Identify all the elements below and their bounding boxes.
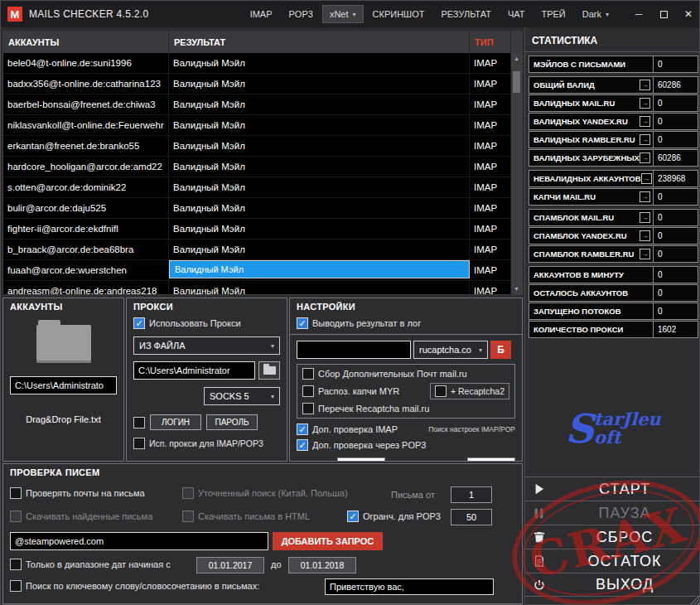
captcha-key-input[interactable] [297,341,411,359]
close-button[interactable]: ✕ [676,1,700,27]
menu-item-chat[interactable]: ЧАТ [500,4,533,24]
export-arrow-icon[interactable]: → [640,152,650,163]
accounts-path-input[interactable] [10,376,117,394]
export-arrow-icon[interactable]: → [640,191,650,202]
timeout-input[interactable] [337,457,385,462]
scroll-up-icon[interactable]: ▲ [514,53,519,64]
proxy-type-select[interactable]: SOCKS 5 ▾ [204,387,280,405]
export-arrow-icon[interactable]: → [640,249,650,259]
maximize-button[interactable] [651,1,676,27]
type-cell: IMAP [470,198,511,218]
export-arrow-icon[interactable]: → [641,173,652,184]
menu-item-screenshot[interactable]: СКРИНШОТ [365,4,432,24]
browse-proxy-button[interactable] [258,361,280,380]
add-query-button[interactable]: ДОБАВИТЬ ЗАПРОС [273,532,383,550]
letters-from-input[interactable] [451,486,492,503]
pop3-limit-input[interactable] [451,509,492,525]
extra-pop3-checkbox[interactable]: Доп. проверка через POP3 [297,439,515,451]
date-from-input[interactable]: 01.01.2017 [196,557,264,574]
type-cell: IMAP [470,53,511,73]
table-row[interactable]: s.otten@arcor.de:dominik22Валидный МэйлI… [3,177,511,198]
threads-input[interactable] [467,457,515,462]
recheck-recaptcha-checkbox[interactable]: Перечек Recaptcha mail.ru [302,403,509,414]
stat-row: ВАЛИДНЫХ ЗАРУБЕЖНЫХ→60286 [529,149,699,167]
pop3-limit-checkbox[interactable]: Огранч. для POP3 [347,511,441,522]
extra-imap-checkbox[interactable]: Доп. проверка IMAP [297,424,398,435]
folder-icon [263,366,276,375]
log-output-checkbox[interactable]: Выводить результат в лог [297,317,515,329]
close-icon: ✕ [684,8,693,20]
proxy-imap-pop3-checkbox[interactable]: Исп. прокси для IMAP/POP3 [133,438,280,449]
password-button[interactable]: ПАРОЛЬ [206,414,258,430]
power-icon [533,579,557,591]
checkbox-box [302,403,314,414]
captcha-service-select[interactable]: rucaptcha.co ▾ [413,341,488,359]
minimize-button[interactable]: ─ [626,1,651,27]
checkbox-box [297,439,308,451]
chevron-down-icon: ▾ [479,346,482,354]
checkbox-box [133,417,145,428]
table-row[interactable]: baerbel-bonsai@freenet.de:chiwa3Валидный… [3,94,511,115]
table-row[interactable]: bele04@t-online.de:suni1996Валидный Мэйл… [3,53,511,74]
proxy-source-select[interactable]: ИЗ ФАЙЛА ▾ [133,336,280,355]
exit-button[interactable]: ВЫХОД [525,573,700,597]
balance-button[interactable]: Б [490,341,511,359]
table-row[interactable]: bulir@arcor.de:daju525Валидный МэйлIMAP [3,198,511,219]
type-cell: IMAP [470,177,511,197]
keyword-input[interactable] [325,578,494,595]
check-letters-checkbox[interactable]: Проверять почты на письма [10,487,145,499]
download-found-checkbox[interactable]: Скачивать найденные письма [10,511,152,522]
folder-icon[interactable] [36,325,91,363]
proxy-auth-checkbox[interactable] [133,417,145,428]
export-arrow-icon[interactable]: → [640,230,650,241]
resize-grip[interactable] [689,594,699,604]
table-row[interactable]: andreasm@t-online.de:andreas218Валидный … [3,281,511,294]
menu-item-result[interactable]: РЕЗУЛЬТАТ [433,4,498,24]
menu-item-theme[interactable]: Dark▾ [575,4,616,24]
scroll-down-icon[interactable]: ▼ [514,283,519,294]
account-cell: baerbel-bonsai@freenet.de:chiwa3 [3,94,169,114]
reset-button[interactable]: СБРОС [525,525,700,549]
keyword-search-checkbox[interactable]: Поиск по ключевому слову/словосочетанию … [10,580,259,592]
table-row[interactable]: hardcore_hooligan@arcor.de:amd22Валидный… [3,157,511,177]
table-scrollbar[interactable]: ▲ ▼ [511,53,522,294]
use-proxy-checkbox[interactable]: Использовать Прокси [133,317,280,329]
column-header-type[interactable]: ТИП [470,31,511,53]
checkbox-box [133,317,145,329]
date-range-checkbox[interactable]: Только в диапазоне дат начиная с [10,559,171,570]
table-row[interactable]: erkantan@freenet.de:branko55Валидный Мэй… [3,136,511,157]
download-html-checkbox[interactable]: Скачивать письма в HTML [182,511,310,522]
stat-label: СПАМБЛОК YANDEX.RU→ [529,227,654,244]
export-arrow-icon[interactable]: → [640,98,650,109]
recaptcha2-checkbox[interactable]: + Recaptcha2 [430,383,509,399]
menu-item-tray[interactable]: ТРЕЙ [533,4,572,24]
stat-row: МЭЙЛОВ С ПИСЬМАМИ0 [529,56,699,73]
column-header-result[interactable]: РЕЗУЛЬТАТ [169,31,470,53]
login-button[interactable]: ЛОГИН [150,414,201,430]
pause-button[interactable]: ПАУЗА [525,501,700,525]
date-to-input[interactable]: 01.01.2018 [288,557,356,574]
remainder-button[interactable]: ОСТАТОК [525,549,700,573]
export-arrow-icon[interactable]: → [640,134,650,145]
export-arrow-icon[interactable]: → [640,212,650,223]
refined-search-checkbox[interactable]: Уточненный поиск (Китай, Польша) [182,487,348,499]
start-button[interactable]: СТАРТ [525,477,700,501]
table-row[interactable]: niklasvankoll@t-online.de:FeuerwehrВалид… [3,115,511,136]
collect-mailru-checkbox[interactable]: Сбор Дополнительных Почт mail.ru [302,368,509,380]
export-arrow-icon[interactable]: → [640,116,650,127]
table-row[interactable]: fuaah@arcor.de:wuerstchenВалидный МэйлIM… [3,260,511,281]
table-row[interactable]: b_braack@arcor.de:bea68braВалидный МэйлI… [3,240,511,260]
pause-icon [533,508,557,519]
table-row[interactable]: badxx356@t-online.de:catharina123Валидны… [3,74,511,94]
export-arrow-icon[interactable]: → [640,80,650,90]
scrollbar-thumb[interactable] [513,71,520,93]
search-query-input[interactable] [10,532,268,550]
proxy-path-input[interactable] [133,361,255,380]
column-header-accounts[interactable]: АККАУНТЫ [3,31,169,53]
menu-item-xnet[interactable]: xNet▾ [322,5,364,23]
table-row[interactable]: fighter-ii@arcor.de:ekdfniflВалидный Мэй… [3,219,511,240]
recognize-captcha-checkbox[interactable]: Распоз. капчи MYR [302,385,399,397]
menu-item-pop3[interactable]: POP3 [282,4,321,24]
results-table-body: bele04@t-online.de:suni1996Валидный Мэйл… [3,53,511,294]
menu-item-imap[interactable]: IMAP [243,4,280,24]
